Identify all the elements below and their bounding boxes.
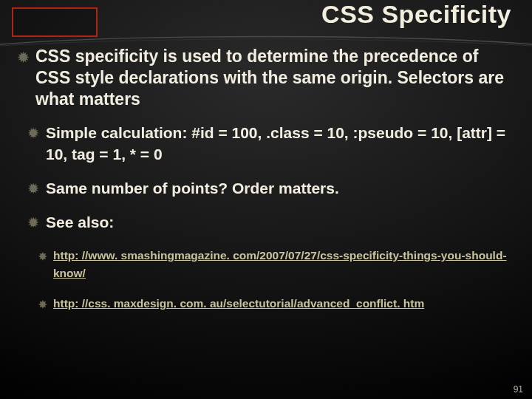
bullet-level1: ✹ CSS specificity is used to determine t…: [18, 46, 514, 109]
bullet-level2-calculation: ✹ Simple calculation: #id = 100, .class …: [28, 123, 514, 165]
bullet-text: CSS specificity is used to determine the…: [35, 47, 504, 109]
bullet-level2-seealso: ✹ See also:: [28, 212, 514, 233]
slide-title: CSS Specificity: [321, 0, 511, 29]
page-number: 91: [514, 384, 523, 395]
bullet-level2-order: ✹ Same number of points? Order matters.: [28, 178, 514, 199]
burst-icon: ✹: [28, 181, 38, 198]
bullet-text: Same number of points? Order matters.: [46, 180, 339, 197]
bullet-level3-link2: ✸ http: //css. maxdesign. com. au/select…: [38, 295, 514, 313]
bullet-text: Simple calculation: #id = 100, .class = …: [46, 124, 505, 162]
burst-icon: ✹: [28, 126, 38, 143]
bullet-level3-link1: ✸ http: //www. smashingmagazine. com/200…: [38, 247, 514, 284]
slide: CSS Specificity ✹ CSS specificity is use…: [0, 0, 532, 399]
content-area: ✹ CSS specificity is used to determine t…: [18, 46, 514, 386]
bullet-text: See also:: [46, 214, 114, 231]
star-icon: ✸: [38, 296, 47, 313]
link-text[interactable]: http: //www. smashingmagazine. com/2007/…: [53, 249, 507, 280]
link-text[interactable]: http: //css. maxdesign. com. au/selectut…: [53, 297, 424, 310]
star-icon: ✸: [38, 248, 47, 265]
burst-icon: ✹: [28, 215, 38, 232]
burst-icon: ✹: [18, 50, 29, 66]
logo-placeholder: [12, 7, 98, 37]
